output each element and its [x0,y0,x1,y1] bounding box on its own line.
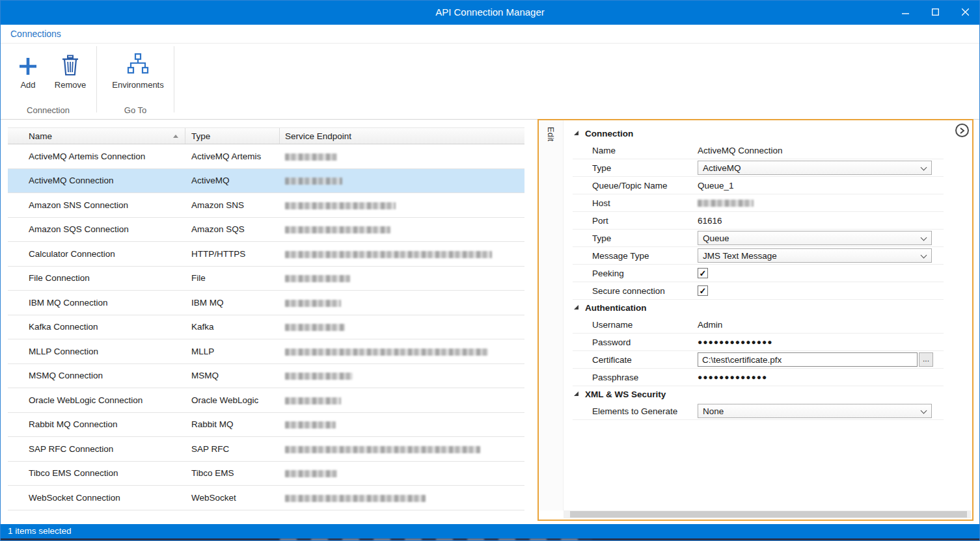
dropdown-message-type[interactable]: JMS Text Message [698,248,932,263]
checkbox-secure-connection[interactable]: ✓ [698,285,708,296]
table-row[interactable]: MSMQ ConnectionMSMQ [8,364,524,389]
cell-type: IBM MQ [185,298,280,308]
cell-type: MSMQ [185,371,280,380]
property-value: ●●●●●●●●●●●●● [698,373,944,382]
edit-tab[interactable]: Edit [546,127,556,141]
environments-icon [107,49,169,76]
cell-service-endpoint [280,224,524,234]
table-header: Name Type Service Endpoint [8,127,524,144]
property-label: Passphrase [573,373,698,382]
dropdown-selected-value: JMS Text Message [703,251,777,261]
column-header-type[interactable]: Type [185,128,280,144]
environments-button-label: Environments [107,80,169,90]
property-value: Admin [698,320,944,330]
dropdown-type[interactable]: ActiveMQ [698,161,932,175]
windows-taskbar-sliver [0,538,980,541]
minimize-button[interactable] [890,0,920,25]
cell-type: Tibco EMS [185,468,280,478]
cell-service-endpoint [280,152,524,161]
table-row[interactable]: Amazon SNS ConnectionAmazon SNS [8,193,524,218]
app-window: API Connection Manager Connections [0,0,980,541]
property-row-peeking: Peeking✓ [573,265,944,282]
table-row[interactable]: WebSocket ConnectionWebSocket [8,486,524,510]
chevron-down-icon [921,165,927,171]
edit-panel: Edit ConnectionNameActiveMQ ConnectionTy… [538,119,973,521]
cell-name: Oracle WebLogic Connection [8,395,185,405]
edit-tab-strip: Edit [539,120,564,510]
service-endpoint-redacted [285,349,488,356]
table-row[interactable]: MLLP ConnectionMLLP [8,339,524,364]
property-label: Username [573,320,698,330]
horizontal-scrollbar[interactable] [564,510,971,518]
add-button[interactable]: Add [7,49,49,90]
section-expanded-icon [574,391,578,396]
property-value: ✓ [698,285,944,296]
table-row[interactable]: ActiveMQ Artemis ConnectionActiveMQ Arte… [8,144,524,169]
cell-type: ActiveMQ Artemis [185,152,280,161]
ribbon: Connections Add [0,25,980,120]
property-value: JMS Text Message [698,248,944,263]
property-value: None [698,404,944,418]
remove-button[interactable]: Remove [49,49,91,90]
table-row[interactable]: Kafka ConnectionKafka [8,315,524,340]
tab-connections[interactable]: Connections [10,25,61,43]
property-label: Message Type [573,251,698,261]
property-value: ActiveMQ Connection [698,146,944,155]
column-header-name[interactable]: Name [8,128,185,144]
dropdown-type[interactable]: Queue [698,231,932,245]
maximize-button[interactable] [920,0,950,25]
cell-service-endpoint [280,298,524,308]
property-value: ✓ [698,268,944,278]
browse-button[interactable]: ... [919,352,933,367]
property-label: Type [573,163,698,173]
checkbox-peeking[interactable]: ✓ [698,268,708,278]
table-row[interactable]: File ConnectionFile [8,267,524,291]
property-label: Elements to Generate [573,406,698,416]
section-header-connection[interactable]: Connection [573,125,944,142]
table-row[interactable]: ActiveMQ ConnectionActiveMQ [8,169,524,194]
close-button[interactable] [950,0,980,25]
cell-name: MSMQ Connection [8,371,185,380]
service-endpoint-redacted [285,251,492,258]
cell-service-endpoint [280,444,524,454]
section-title: Connection [585,129,633,139]
certificate-input[interactable]: C:\test\certificate.pfx [698,352,918,367]
collapse-panel-button[interactable] [955,124,969,137]
property-row-port: Port61616 [573,212,944,230]
property-row-host: Host [573,194,944,212]
column-header-endpoint-label: Service Endpoint [285,131,351,141]
add-button-label: Add [7,80,49,90]
dropdown-selected-value: Queue [703,233,729,243]
dropdown-elements-to-generate[interactable]: None [698,404,932,418]
property-value: ActiveMQ [698,161,944,175]
ribbon-group-go-to: Go To [96,105,174,115]
table-row[interactable]: Tibco EMS ConnectionTibco EMS [8,462,524,486]
section-header-authentication[interactable]: Authentication [573,300,944,316]
scrollbar-thumb[interactable] [570,511,967,518]
close-icon [962,7,969,18]
property-value-text: ActiveMQ Connection [698,146,783,155]
status-bar: 1 items selected [0,524,980,538]
service-endpoint-redacted [285,421,336,429]
environments-button[interactable]: Environments [107,49,169,90]
property-value: C:\test\certificate.pfx... [698,352,944,367]
table-row[interactable]: IBM MQ ConnectionIBM MQ [8,291,524,315]
connections-table: Name Type Service Endpoint ActiveMQ Arte… [8,127,524,510]
section-header-xml-ws-security[interactable]: XML & WS Security [573,386,944,402]
table-row[interactable]: Amazon SQS ConnectionAmazon SQS [8,218,524,243]
table-row[interactable]: Calculator ConnectionHTTP/HTTPS [8,242,524,267]
property-value: Queue_1 [698,181,944,191]
cell-service-endpoint [280,395,524,405]
section-expanded-icon [574,131,578,135]
column-header-service-endpoint[interactable]: Service Endpoint [280,128,524,144]
property-label: Password [573,337,698,347]
service-endpoint-redacted [285,324,345,331]
password-dots: ●●●●●●●●●●●●● [698,373,767,382]
cell-type: SAP RFC [185,444,280,454]
table-row[interactable]: SAP RFC ConnectionSAP RFC [8,437,524,462]
property-row-password: Password●●●●●●●●●●●●●● [573,334,944,351]
table-row[interactable]: Rabbit MQ ConnectionRabbit MQ [8,413,524,438]
property-row-name: NameActiveMQ Connection [573,142,944,159]
property-label: Peeking [573,269,698,278]
table-row[interactable]: Oracle WebLogic ConnectionOracle WebLogi… [8,388,524,413]
